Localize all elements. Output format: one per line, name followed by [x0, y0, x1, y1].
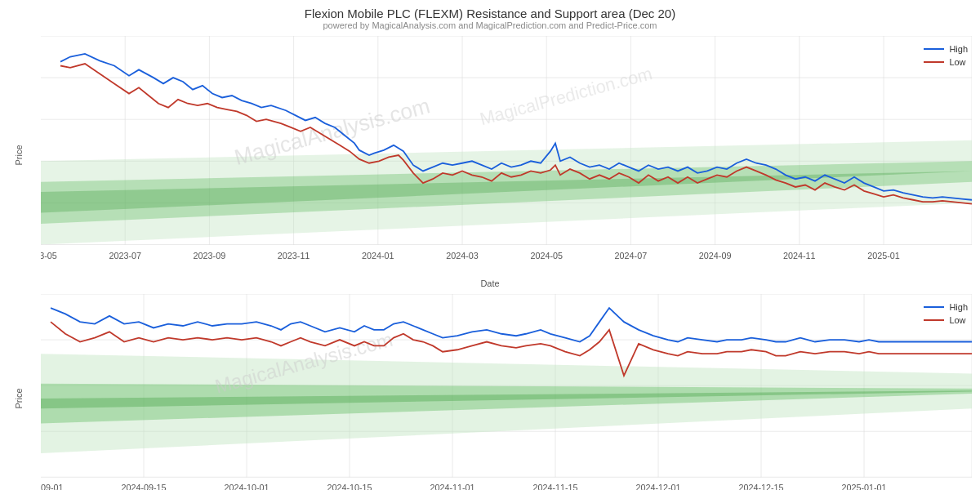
low-line-indicator [924, 61, 944, 63]
svg-text:2023-09: 2023-09 [194, 250, 226, 260]
top-legend-low: Low [924, 57, 968, 67]
bottom-chart-legend: High Low [924, 302, 968, 325]
top-high-label: High [949, 44, 968, 54]
svg-text:2025-01: 2025-01 [867, 250, 900, 260]
bottom-chart-wrapper: Price [0, 290, 980, 490]
chart-subtitle: powered by MagicalAnalysis.com and Magic… [0, 20, 980, 30]
svg-text:2023-07: 2023-07 [109, 250, 141, 260]
svg-text:2024-09: 2024-09 [699, 250, 732, 260]
top-chart-svg: 16 14 12 10 8 6 2023-05 2023-07 2023-09 … [41, 36, 972, 274]
bottom-high-label: High [949, 302, 968, 312]
bottom-low-line-indicator [924, 319, 944, 321]
bottom-legend-high: High [924, 302, 968, 312]
svg-text:2024-03: 2024-03 [446, 250, 479, 260]
bottom-chart-inner: 9 8 7 6 2024-09-01 2024-09-15 2024-10-01… [41, 294, 972, 490]
svg-text:2024-12-15: 2024-12-15 [738, 483, 783, 490]
top-low-label: Low [949, 57, 965, 67]
bottom-y-axis-label: Price [14, 388, 24, 408]
svg-text:2023-11: 2023-11 [278, 250, 310, 260]
bottom-chart-svg: 9 8 7 6 2024-09-01 2024-09-15 2024-10-01… [41, 294, 972, 490]
chart-header: Flexion Mobile PLC (FLEXM) Resistance an… [0, 0, 980, 32]
svg-text:2024-09-01: 2024-09-01 [41, 483, 64, 490]
svg-text:2024-09-15: 2024-09-15 [121, 483, 166, 490]
top-chart-wrapper: Price [0, 32, 980, 278]
bottom-low-label: Low [949, 315, 965, 325]
top-chart-legend: High Low [924, 44, 968, 67]
top-x-axis-label: Date [0, 278, 980, 288]
svg-text:2024-11: 2024-11 [783, 250, 816, 260]
svg-text:2024-11-15: 2024-11-15 [532, 483, 577, 490]
bottom-high-line-indicator [924, 306, 944, 308]
svg-text:2024-12-01: 2024-12-01 [635, 483, 680, 490]
svg-text:2024-07: 2024-07 [615, 250, 648, 260]
top-legend-high: High [924, 44, 968, 54]
top-chart-inner: 16 14 12 10 8 6 2023-05 2023-07 2023-09 … [41, 36, 972, 274]
svg-text:2024-01: 2024-01 [362, 250, 394, 260]
chart-title: Flexion Mobile PLC (FLEXM) Resistance an… [0, 7, 980, 20]
svg-text:2024-10-15: 2024-10-15 [327, 483, 372, 490]
svg-text:2024-10-01: 2024-10-01 [224, 483, 269, 490]
high-line-indicator [924, 48, 944, 50]
svg-text:2025-01-01: 2025-01-01 [841, 483, 886, 490]
bottom-legend-low: Low [924, 315, 968, 325]
svg-text:2023-05: 2023-05 [41, 250, 57, 260]
svg-text:2024-11-01: 2024-11-01 [430, 483, 474, 490]
top-y-axis-label: Price [14, 145, 24, 165]
main-container: Flexion Mobile PLC (FLEXM) Resistance an… [0, 0, 980, 490]
svg-text:2024-05: 2024-05 [530, 250, 563, 260]
